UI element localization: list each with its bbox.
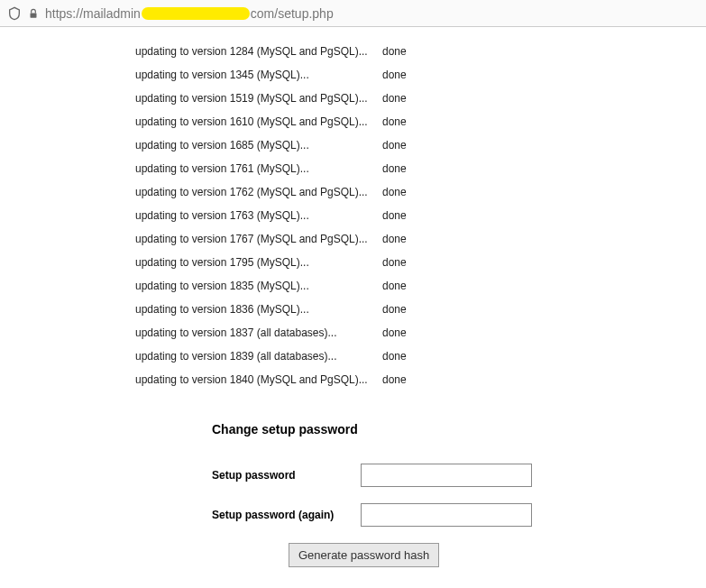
url-suffix: com/setup.php [251,6,334,21]
form-heading: Change setup password [212,422,706,436]
log-message: updating to version 1685 (MySQL)... [135,139,381,152]
button-row: Generate password hash [289,543,706,567]
url-display[interactable]: https://mailadmin com/setup.php [45,6,334,21]
setup-password-again-input[interactable] [361,503,532,527]
log-row: updating to version 1345 (MySQL)...done [135,69,706,81]
log-row: updating to version 1763 (MySQL)...done [135,209,706,222]
svg-rect-0 [31,13,37,17]
update-log: updating to version 1284 (MySQL and PgSQ… [135,45,706,386]
generate-hash-button[interactable]: Generate password hash [289,543,439,567]
log-status: done [382,69,407,81]
log-status: done [382,373,407,386]
log-row: updating to version 1835 (MySQL)...done [135,280,706,292]
log-status: done [382,303,407,316]
log-message: updating to version 1345 (MySQL)... [135,69,381,81]
log-status: done [382,209,407,222]
log-row: updating to version 1284 (MySQL and PgSQ… [135,45,706,58]
log-row: updating to version 1610 (MySQL and PgSQ… [135,115,706,128]
label-setup-password-again: Setup password (again) [212,509,361,521]
url-redacted-highlight [142,7,250,20]
log-message: updating to version 1610 (MySQL and PgSQ… [135,115,381,128]
log-message: updating to version 1835 (MySQL)... [135,280,381,292]
log-status: done [382,326,407,339]
log-message: updating to version 1795 (MySQL)... [135,256,381,269]
page-content: updating to version 1284 (MySQL and PgSQ… [0,27,706,588]
shield-icon [7,6,22,21]
log-row: updating to version 1767 (MySQL and PgSQ… [135,233,706,245]
log-message: updating to version 1761 (MySQL)... [135,162,381,175]
log-message: updating to version 1840 (MySQL and PgSQ… [135,373,381,386]
log-status: done [382,186,407,198]
log-row: updating to version 1837 (all databases)… [135,326,706,339]
log-row: updating to version 1836 (MySQL)...done [135,303,706,316]
log-message: updating to version 1836 (MySQL)... [135,303,381,316]
log-message: updating to version 1767 (MySQL and PgSQ… [135,233,381,245]
log-row: updating to version 1795 (MySQL)...done [135,256,706,269]
address-bar: https://mailadmin com/setup.php [0,0,706,27]
log-status: done [382,280,407,292]
log-message: updating to version 1762 (MySQL and PgSQ… [135,186,381,198]
log-row: updating to version 1839 (all databases)… [135,350,706,363]
log-status: done [382,162,407,175]
form-row-password: Setup password [212,464,706,487]
log-row: updating to version 1519 (MySQL and PgSQ… [135,92,706,105]
log-status: done [382,45,407,58]
log-row: updating to version 1840 (MySQL and PgSQ… [135,373,706,386]
lock-icon [27,7,40,20]
log-row: updating to version 1761 (MySQL)...done [135,162,706,175]
log-status: done [382,139,407,152]
change-password-form: Change setup password Setup password Set… [212,422,706,588]
log-status: done [382,233,407,245]
log-row: updating to version 1685 (MySQL)...done [135,139,706,152]
log-status: done [382,115,407,128]
log-row: updating to version 1762 (MySQL and PgSQ… [135,186,706,198]
log-status: done [382,350,407,363]
log-status: done [382,92,407,105]
log-message: updating to version 1763 (MySQL)... [135,209,381,222]
log-status: done [382,256,407,269]
form-row-password-again: Setup password (again) [212,503,706,527]
url-prefix: https://mailadmin [45,6,141,21]
label-setup-password: Setup password [212,469,361,482]
log-message: updating to version 1519 (MySQL and PgSQ… [135,92,381,105]
log-message: updating to version 1837 (all databases)… [135,326,381,339]
log-message: updating to version 1284 (MySQL and PgSQ… [135,45,381,58]
setup-password-input[interactable] [361,464,532,487]
log-message: updating to version 1839 (all databases)… [135,350,381,363]
